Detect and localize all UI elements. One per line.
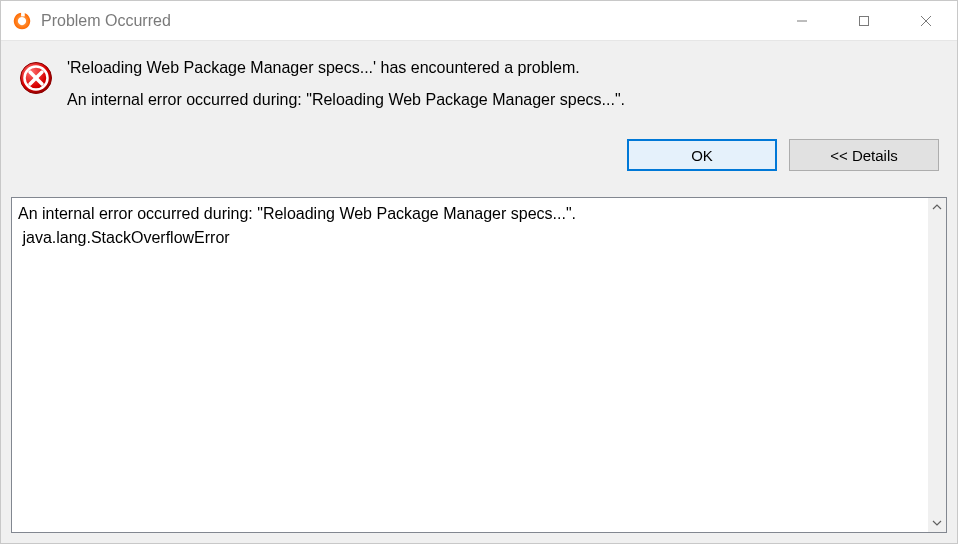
message-texts: 'Reloading Web Package Manager specs...'… xyxy=(67,59,939,109)
window-title: Problem Occurred xyxy=(41,12,771,30)
minimize-button[interactable] xyxy=(771,1,833,40)
error-description: An internal error occurred during: "Relo… xyxy=(67,91,939,109)
scroll-down-icon[interactable] xyxy=(928,514,946,532)
close-button[interactable] xyxy=(895,1,957,40)
app-icon xyxy=(11,10,33,32)
button-row: OK << Details xyxy=(19,139,939,171)
dialog-window: Problem Occurred xyxy=(0,0,958,544)
details-text[interactable]: An internal error occurred during: "Relo… xyxy=(12,198,928,532)
scroll-up-icon[interactable] xyxy=(928,198,946,216)
titlebar: Problem Occurred xyxy=(1,1,957,41)
error-icon xyxy=(19,61,53,95)
error-headline: 'Reloading Web Package Manager specs...'… xyxy=(67,59,939,77)
message-row: 'Reloading Web Package Manager specs...'… xyxy=(19,59,939,109)
window-controls xyxy=(771,1,957,40)
details-button[interactable]: << Details xyxy=(789,139,939,171)
message-panel: 'Reloading Web Package Manager specs...'… xyxy=(1,41,957,187)
ok-button[interactable]: OK xyxy=(627,139,777,171)
maximize-icon xyxy=(858,15,870,27)
maximize-button[interactable] xyxy=(833,1,895,40)
close-icon xyxy=(920,15,932,27)
details-panel: An internal error occurred during: "Relo… xyxy=(1,187,957,543)
details-scrollbar[interactable] xyxy=(928,198,946,532)
svg-rect-2 xyxy=(860,16,869,25)
svg-rect-0 xyxy=(21,10,25,15)
minimize-icon xyxy=(796,15,808,27)
details-box: An internal error occurred during: "Relo… xyxy=(11,197,947,533)
